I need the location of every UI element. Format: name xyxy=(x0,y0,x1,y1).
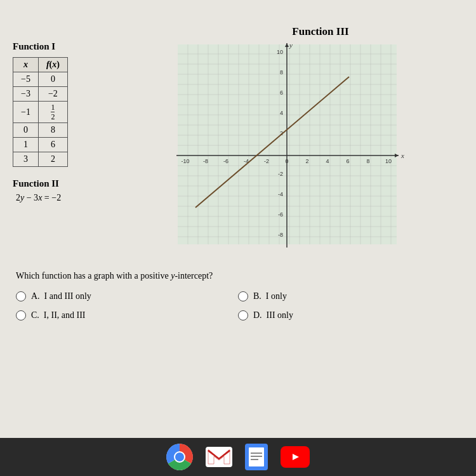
gmail-icon[interactable] xyxy=(206,447,232,467)
svg-text:2: 2 xyxy=(305,158,308,164)
option-c[interactable]: C. I, II, and III xyxy=(16,310,238,321)
function-ii-equation: 2y − 3x = −2 xyxy=(16,193,152,203)
svg-text:4: 4 xyxy=(326,158,329,164)
function-i-table: x f(x) −5 0 −3 −2 xyxy=(13,57,68,167)
svg-text:-2: -2 xyxy=(264,158,269,164)
svg-text:8: 8 xyxy=(366,158,369,164)
svg-rect-72 xyxy=(251,453,262,454)
chrome-icon[interactable] xyxy=(166,444,193,470)
table-row: 0 8 xyxy=(13,123,68,138)
table-row: −5 0 xyxy=(13,72,68,87)
svg-point-69 xyxy=(175,453,184,461)
svg-text:0: 0 xyxy=(285,158,288,164)
option-b-label: B. I only xyxy=(253,291,287,301)
svg-text:-10: -10 xyxy=(181,158,189,164)
option-c-circle[interactable] xyxy=(16,310,26,321)
option-d[interactable]: D. III only xyxy=(238,310,460,321)
svg-rect-74 xyxy=(251,459,258,460)
function-i-label: Function I xyxy=(13,41,152,52)
svg-text:10: 10 xyxy=(277,49,283,55)
svg-text:6: 6 xyxy=(346,158,349,164)
table-row: 3 2 xyxy=(13,152,68,167)
graph-container: -10 -8 -6 -4 -2 0 2 4 6 8 10 xyxy=(165,41,406,257)
table-row: −1 1 2 xyxy=(13,102,68,123)
svg-text:y: y xyxy=(289,41,293,49)
question-text: Which function has a graph with a positi… xyxy=(16,271,460,281)
option-b-circle[interactable] xyxy=(238,291,248,301)
svg-text:-2: -2 xyxy=(278,171,283,177)
option-d-circle[interactable] xyxy=(238,310,248,321)
option-b[interactable]: B. I only xyxy=(238,291,460,301)
answer-options: A. I and III only B. I only C. I, II, an… xyxy=(16,291,460,321)
svg-text:8: 8 xyxy=(280,69,283,76)
col-fx: f(x) xyxy=(38,58,67,72)
taskbar xyxy=(0,438,476,476)
svg-text:x: x xyxy=(400,152,404,159)
svg-text:-8: -8 xyxy=(203,158,208,164)
question-section: Which function has a graph with a positi… xyxy=(13,271,463,321)
svg-text:-4: -4 xyxy=(278,191,283,197)
table-row: −3 −2 xyxy=(13,87,68,102)
table-row: 1 6 xyxy=(13,138,68,152)
youtube-icon[interactable] xyxy=(281,446,310,468)
svg-text:-8: -8 xyxy=(278,232,283,238)
svg-text:10: 10 xyxy=(385,158,392,164)
col-x: x xyxy=(13,58,39,72)
option-c-label: C. I, II, and III xyxy=(31,310,86,321)
function-iii-title: Function III xyxy=(178,25,463,38)
svg-text:6: 6 xyxy=(280,89,283,96)
svg-text:-6: -6 xyxy=(223,158,228,164)
docs-icon[interactable] xyxy=(245,444,268,470)
graph-svg: -10 -8 -6 -4 -2 0 2 4 6 8 10 xyxy=(165,41,406,257)
svg-text:-6: -6 xyxy=(278,211,283,218)
option-d-label: D. III only xyxy=(253,310,293,321)
function-ii-label: Function II xyxy=(13,178,152,189)
main-content: Function III Function I x f(x) −5 xyxy=(0,0,476,438)
svg-text:4: 4 xyxy=(280,110,283,116)
option-a-circle[interactable] xyxy=(16,291,26,301)
svg-marker-75 xyxy=(293,454,299,460)
option-a[interactable]: A. I and III only xyxy=(16,291,238,301)
option-a-label: A. I and III only xyxy=(31,291,91,301)
svg-rect-73 xyxy=(251,456,262,457)
